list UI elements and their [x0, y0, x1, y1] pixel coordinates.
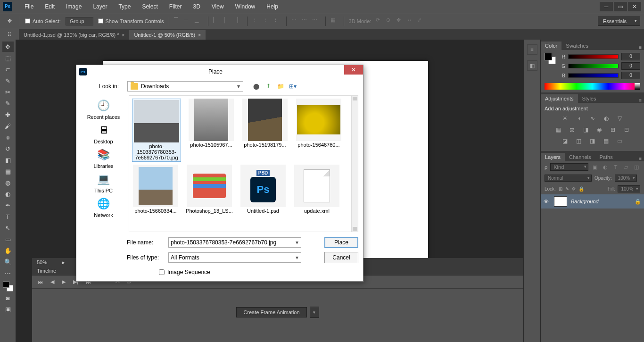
- color-swatch-pair[interactable]: [545, 53, 556, 64]
- workspace-selector[interactable]: Essentials: [598, 17, 640, 26]
- move-tool[interactable]: ✥: [2, 42, 14, 52]
- zoom-tool[interactable]: 🔍: [2, 257, 14, 267]
- align-right-icon[interactable]: ▕: [234, 17, 242, 25]
- place-libraries[interactable]: 📚 Libraries: [83, 147, 125, 169]
- file-name-input[interactable]: photo-1503376780353-7e6692767b70.jpg: [168, 237, 301, 248]
- selective-icon[interactable]: ▤: [602, 137, 611, 145]
- orbit-icon[interactable]: ⟳: [376, 17, 384, 25]
- hue-icon[interactable]: ▦: [553, 125, 563, 134]
- gradient-map-icon[interactable]: ▭: [615, 137, 625, 145]
- menu-file[interactable]: File: [19, 3, 39, 10]
- auto-select-target-dropdown[interactable]: Group: [66, 17, 93, 25]
- maximize-button[interactable]: ▭: [614, 2, 627, 11]
- type-tool[interactable]: T: [2, 211, 14, 222]
- image-sequence-checkbox[interactable]: Image Sequence: [159, 269, 358, 275]
- menu-layer[interactable]: Layer: [87, 3, 113, 10]
- layer-thumbnail[interactable]: [554, 196, 567, 207]
- menu-filter[interactable]: Filter: [164, 3, 188, 10]
- align-top-icon[interactable]: ▔: [174, 17, 182, 25]
- posterize-icon[interactable]: ◫: [574, 137, 584, 145]
- hand-tool[interactable]: ✋: [2, 245, 14, 256]
- look-in-dropdown[interactable]: Downloads: [127, 81, 243, 92]
- mixer-icon[interactable]: ⊞: [608, 125, 618, 134]
- lock-icon[interactable]: 🔒: [635, 199, 641, 205]
- dist-4-icon[interactable]: ⋯: [291, 17, 300, 25]
- shape-tool[interactable]: ▭: [2, 234, 14, 244]
- filter-type-icon[interactable]: T: [612, 163, 619, 171]
- brush-tool[interactable]: 🖌: [2, 121, 14, 131]
- panel-menu-icon[interactable]: ≡: [636, 45, 644, 50]
- visibility-icon[interactable]: 👁: [544, 199, 550, 204]
- layer-row-background[interactable]: 👁 Background 🔒: [541, 194, 644, 209]
- dist-5-icon[interactable]: ⋯: [302, 17, 310, 25]
- panel-menu-icon[interactable]: ≡: [636, 98, 644, 103]
- place-recent[interactable]: 🕘 Recent places: [83, 98, 125, 120]
- lasso-tool[interactable]: ⊂: [2, 64, 14, 75]
- roll-icon[interactable]: ⊙: [386, 17, 395, 25]
- photofilter-icon[interactable]: ◉: [594, 125, 604, 134]
- document-tab-1[interactable]: Untitled-1.psd @ 130% (big car, RGB/8) *…: [19, 30, 129, 40]
- brightness-icon[interactable]: ☀: [561, 114, 570, 123]
- show-transform-checkbox[interactable]: Show Transform Controls: [98, 18, 164, 24]
- foreground-background-colors[interactable]: [3, 281, 13, 292]
- eyedropper-tool[interactable]: ✎: [2, 98, 14, 108]
- zoom-level[interactable]: 50%: [37, 259, 56, 265]
- file-browser-scrollbar[interactable]: [351, 96, 358, 232]
- quick-mask-tool[interactable]: ◙: [2, 292, 14, 303]
- balance-icon[interactable]: ⚖: [567, 125, 577, 134]
- curves-icon[interactable]: ∿: [588, 114, 597, 123]
- minimize-button[interactable]: ─: [600, 2, 613, 11]
- blue-value[interactable]: 0: [621, 72, 640, 79]
- auto-select-check[interactable]: [25, 18, 30, 24]
- dialog-titlebar[interactable]: Ps Place ✕: [76, 65, 363, 78]
- play-icon[interactable]: ▶: [62, 279, 66, 285]
- auto-select-checkbox[interactable]: Auto-Select:: [25, 18, 61, 24]
- lock-pos-icon[interactable]: ✥: [572, 186, 576, 192]
- panel-menu-icon[interactable]: ≡: [636, 156, 644, 161]
- show-transform-check[interactable]: [98, 18, 103, 24]
- view-menu-icon[interactable]: ⊞▾: [289, 82, 297, 91]
- healing-tool[interactable]: ✚: [2, 109, 14, 120]
- path-select-tool[interactable]: ↖: [2, 223, 14, 233]
- vibrance-icon[interactable]: ▽: [615, 114, 625, 123]
- styles-tab[interactable]: Styles: [578, 94, 601, 103]
- file-item[interactable]: photo-15105967...: [188, 99, 235, 162]
- green-slider[interactable]: [568, 64, 619, 68]
- menu-view[interactable]: View: [206, 3, 230, 10]
- screen-mode-tool[interactable]: ▣: [2, 304, 14, 314]
- file-item-selected[interactable]: photo-1503376780353-7e6692767b70.jpg: [132, 99, 181, 162]
- color-spectrum[interactable]: [545, 83, 640, 90]
- dodge-tool[interactable]: ◐: [2, 189, 14, 199]
- history-brush-tool[interactable]: ↺: [2, 143, 14, 154]
- place-this-pc[interactable]: 💻 This PC: [83, 172, 125, 193]
- lock-paint-icon[interactable]: ✎: [565, 186, 569, 192]
- menu-3d[interactable]: 3D: [187, 3, 206, 10]
- auto-align-icon[interactable]: ▦: [330, 17, 339, 25]
- file-item[interactable]: photo-15660334...: [132, 165, 179, 214]
- file-type-dropdown[interactable]: All Formats: [168, 252, 301, 263]
- create-frame-animation-button[interactable]: Create Frame Animation: [236, 307, 306, 317]
- file-item[interactable]: update.xml: [293, 165, 340, 214]
- pen-tool[interactable]: ✒: [2, 200, 14, 210]
- swatches-tab[interactable]: Swatches: [561, 42, 593, 50]
- dist-6-icon[interactable]: ⋯: [312, 17, 321, 25]
- blur-tool[interactable]: ◍: [2, 177, 14, 188]
- green-value[interactable]: 0: [621, 62, 640, 70]
- cancel-button[interactable]: Cancel: [324, 252, 358, 263]
- create-animation-dropdown[interactable]: ▾: [310, 307, 319, 318]
- channels-tab[interactable]: Channels: [565, 153, 595, 161]
- place-desktop[interactable]: 🖥 Desktop: [83, 123, 125, 144]
- filter-shape-icon[interactable]: ▱: [622, 163, 630, 171]
- dist-1-icon[interactable]: ⋮: [252, 17, 261, 25]
- image-sequence-check[interactable]: [159, 269, 165, 275]
- quick-select-tool[interactable]: ✎: [2, 75, 14, 86]
- scale3d-icon[interactable]: ⤢: [417, 17, 426, 25]
- align-left-icon[interactable]: ▏: [213, 17, 222, 25]
- menu-edit[interactable]: Edit: [39, 3, 60, 10]
- file-item[interactable]: Photoshop_13_LS...: [186, 165, 233, 214]
- properties-panel-icon[interactable]: ◧: [527, 60, 537, 71]
- red-value[interactable]: 0: [621, 53, 640, 60]
- first-frame-icon[interactable]: ⏮: [38, 279, 43, 285]
- lock-all-icon[interactable]: 🔒: [578, 186, 584, 192]
- menu-select[interactable]: Select: [136, 3, 163, 10]
